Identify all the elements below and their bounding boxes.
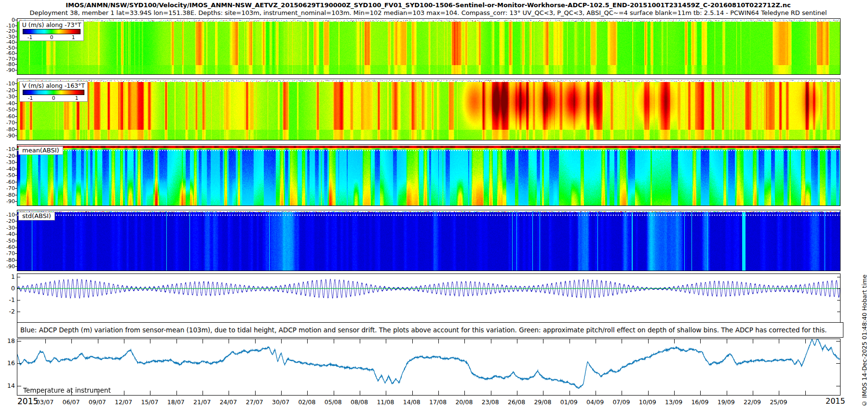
date-tick-label: 27/07 xyxy=(246,398,263,406)
depth-tick-label: -90 xyxy=(0,198,15,205)
colorbar-tick-label: 1 xyxy=(72,34,75,40)
tick-mark xyxy=(15,20,17,20)
temperature-panel: Temperature at instrument xyxy=(17,339,841,396)
tick-mark xyxy=(15,201,17,202)
depth-tick-label: -70 xyxy=(0,250,15,257)
tick-mark xyxy=(15,123,17,123)
tick-mark xyxy=(15,31,17,31)
mean-absi-label: mean(ABSI) xyxy=(18,146,63,155)
date-tick-label: 02/08 xyxy=(298,398,315,406)
colorbar-tick-label: -1 xyxy=(27,34,32,40)
date-tick-label: 10/09 xyxy=(639,398,656,406)
tick-mark xyxy=(15,70,17,70)
date-tick-label: 17/08 xyxy=(429,398,447,406)
date-tick-label: 22/09 xyxy=(744,398,761,406)
date-tick-label: 29/08 xyxy=(534,398,551,406)
std-absi-panel: std(ABSI) xyxy=(17,210,841,271)
u-colorbar-ticks: -101 xyxy=(23,34,81,41)
date-tick-label: 03/07 xyxy=(36,398,54,406)
depth-tick-label: -80 xyxy=(0,257,15,263)
mean-absi-panel: mean(ABSI) xyxy=(17,144,841,206)
depth-tick-label: -30 xyxy=(0,224,15,231)
u-velocity-panel: U (m/s) along -73°T -101 xyxy=(17,18,841,75)
depth-tick-label: -90 xyxy=(0,67,15,73)
tick-mark xyxy=(15,129,17,130)
depthvar-tick-label: -2 xyxy=(0,308,15,315)
depth-tick-label: -20 xyxy=(0,87,15,93)
tick-mark xyxy=(15,48,17,48)
depth-tick-label: -40 xyxy=(0,100,15,106)
date-tick-label: 23/08 xyxy=(482,398,499,406)
date-tick-label: 05/08 xyxy=(325,398,342,406)
depth-variation-caption: Blue: ADCP Depth (m) variation from sens… xyxy=(17,322,843,338)
date-tick-label: 20/08 xyxy=(455,398,473,406)
tick-mark xyxy=(15,96,17,97)
date-tick-label: 19/09 xyxy=(718,398,735,406)
depth-tick-label: -10 xyxy=(0,146,15,152)
year-label-right: 2015 xyxy=(826,396,845,406)
colorbar-tick-label: 0 xyxy=(50,34,54,40)
date-tick-label: 11/08 xyxy=(377,398,394,406)
tick-mark xyxy=(15,221,17,221)
depth-tick-label: -90 xyxy=(0,263,15,270)
figure-root: IMOS/ANMN/NSW/SYD100/Velocity/IMOS_ANMN-… xyxy=(0,0,868,410)
u-colorbar-legend: U (m/s) along -73°T -101 xyxy=(19,20,84,41)
tick-mark xyxy=(15,42,17,42)
tick-mark xyxy=(15,228,17,228)
tick-mark xyxy=(15,53,17,54)
imos-watermark: © IMOS 14-Dec-2025 01:48:40 Hobart time xyxy=(861,274,868,407)
colorbar-tick-label: -1 xyxy=(28,95,33,101)
tick-mark xyxy=(15,116,17,117)
date-tick-label: 15/07 xyxy=(141,398,158,406)
depth-tick-label: -70 xyxy=(0,185,15,191)
depth-tick-label: -50 xyxy=(0,172,15,178)
depth-variation-plot xyxy=(17,274,840,323)
tick-mark xyxy=(15,37,17,37)
depth-tick-label: -40 xyxy=(0,231,15,237)
date-tick-label: 08/08 xyxy=(351,398,368,406)
date-tick-label: 13/09 xyxy=(665,398,682,406)
tick-mark xyxy=(15,90,17,91)
tick-mark xyxy=(15,156,17,156)
figure-subtitle: Deployment 38, member 1 lat=33.94S lon=1… xyxy=(17,9,840,16)
depthvar-tick-label: -1 xyxy=(0,296,15,303)
depth-tick-label: -40 xyxy=(0,165,15,172)
tick-mark xyxy=(15,175,17,176)
depth-tick-label: -20 xyxy=(0,152,15,159)
tick-mark xyxy=(15,59,17,59)
tick-mark xyxy=(15,234,17,234)
u-colorbar xyxy=(23,29,81,34)
figure-title: IMOS/ANMN/NSW/SYD100/Velocity/IMOS_ANMN-… xyxy=(17,1,840,9)
std-absi-label: std(ABSI) xyxy=(18,212,55,220)
v-legend-title: V (m/s) along -163°T xyxy=(20,82,87,89)
depth-tick-label: -50 xyxy=(0,107,15,113)
v-velocity-panel: V (m/s) along -163°T -101 xyxy=(17,79,841,140)
depth-tick-label: -80 xyxy=(0,126,15,132)
depthvar-tick-label: 0 xyxy=(0,285,15,292)
date-tick-label: 12/07 xyxy=(115,398,132,406)
tick-mark xyxy=(15,266,17,267)
colorbar-tick-label: 0 xyxy=(52,95,55,101)
date-tick-label: 21/07 xyxy=(193,398,211,406)
temperature-plot xyxy=(17,339,840,395)
date-tick-label: 01/09 xyxy=(560,398,578,406)
tick-mark xyxy=(15,241,17,241)
depthvar-tick-label: 1 xyxy=(0,273,15,280)
date-tick-label: 18/07 xyxy=(167,398,185,406)
tick-mark xyxy=(15,162,17,163)
tick-mark xyxy=(15,83,17,84)
tick-mark xyxy=(15,149,17,150)
date-tick-label: 16/09 xyxy=(691,398,708,406)
v-colorbar xyxy=(23,90,84,95)
colorbar-tick-label: 1 xyxy=(75,95,79,101)
tick-mark xyxy=(15,253,17,254)
tick-mark xyxy=(15,182,17,182)
tick-mark xyxy=(15,188,17,189)
depth-tick-label: -80 xyxy=(0,191,15,198)
v-colorbar-ticks: -101 xyxy=(23,95,84,101)
tick-mark xyxy=(15,109,17,110)
mean-absi-heatmap xyxy=(17,145,840,205)
depth-tick-label: -70 xyxy=(0,120,15,126)
u-legend-title: U (m/s) along -73°T xyxy=(20,21,83,28)
tick-mark xyxy=(15,103,17,104)
